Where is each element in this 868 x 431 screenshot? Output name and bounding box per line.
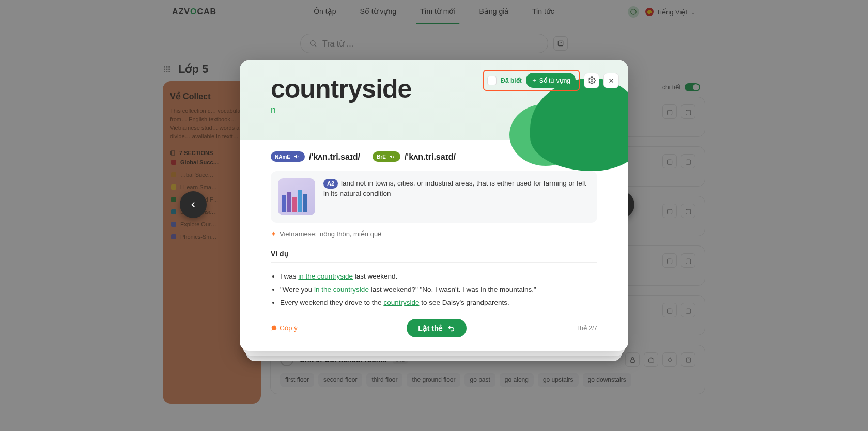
prev-card-button[interactable] [180, 191, 207, 218]
translation: nông thôn, miền quê [320, 230, 381, 238]
flashcard: Đã biết ＋ Sổ từ vựng countryside n [240, 60, 628, 351]
divider [271, 262, 597, 263]
known-checkbox[interactable] [487, 76, 497, 85]
close-icon [608, 77, 615, 84]
translation-row: ✦ Vietnamese: nông thôn, miền quê [271, 230, 597, 238]
example-item: Every weekend they drove to the countrys… [280, 296, 597, 310]
definition-image [278, 178, 315, 216]
chat-icon [271, 325, 277, 331]
card-body: NAmE /ˈkʌn.tri.saɪd/ BrE /ˈkʌn.tri.saɪd/ [240, 140, 628, 351]
ipa-na: /ˈkʌn.tri.saɪd/ [309, 152, 360, 162]
plus-icon: ＋ [531, 76, 537, 85]
example-item: "Were you in the countryside last weeken… [280, 283, 597, 297]
highlight-callout: Đã biết ＋ Sổ từ vựng [483, 70, 580, 91]
known-label: Đã biết [501, 77, 521, 84]
accent-bre-button[interactable]: BrE [373, 151, 400, 162]
settings-button[interactable] [584, 73, 599, 88]
card-footer: Góp ý Lật thẻ Thẻ 2/7 [271, 319, 597, 337]
flip-card-button[interactable]: Lật thẻ [407, 319, 467, 337]
divider [271, 242, 597, 242]
page-root: AZVOCAB Ôn tậpSổ từ vựngTìm từ mớiBảng g… [0, 0, 868, 431]
ipa-br: /ˈkʌn.tri.saɪd/ [405, 152, 456, 162]
examples-section: Ví dụ I was in the countryside last week… [271, 250, 597, 310]
svg-point-16 [591, 80, 593, 82]
definition-text: A2land not in towns, cities, or industri… [323, 178, 590, 199]
examples-title: Ví dụ [271, 250, 597, 258]
definition-box: A2land not in towns, cities, or industri… [271, 171, 597, 223]
feedback-link[interactable]: Góp ý [271, 324, 298, 332]
close-button[interactable] [603, 73, 619, 88]
examples-list: I was in the countryside last weekend."W… [271, 270, 597, 310]
card-top-actions: Đã biết ＋ Sổ từ vựng [483, 70, 619, 91]
card-header: Đã biết ＋ Sổ từ vựng countryside n [240, 60, 628, 140]
undo-icon [447, 324, 455, 332]
speaker-icon [389, 153, 395, 160]
speaker-icon [293, 153, 300, 160]
star-icon: ✦ [271, 230, 276, 238]
add-to-wordbook-button[interactable]: ＋ Sổ từ vựng [526, 73, 576, 88]
card-counter: Thẻ 2/7 [576, 325, 597, 332]
flashcard-stack: Đã biết ＋ Sổ từ vựng countryside n [240, 60, 628, 351]
accent-name-button[interactable]: NAmE [271, 151, 305, 162]
cefr-level: A2 [323, 179, 338, 189]
gear-icon [588, 76, 596, 84]
example-item: I was in the countryside last weekend. [280, 270, 597, 283]
